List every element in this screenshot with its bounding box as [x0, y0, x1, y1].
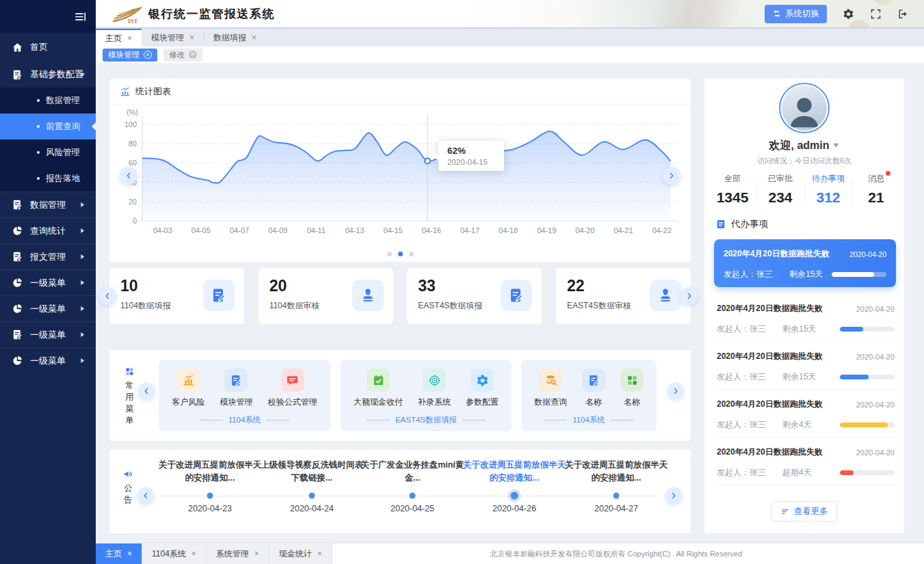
sidebar-item-query-stats[interactable]: 查询统计 [0, 217, 96, 243]
sidebar-sub-label: 报告落地 [46, 173, 80, 185]
sidebar-item-level1-menu-4[interactable]: 一级菜单 [0, 347, 96, 373]
close-circle-icon[interactable] [189, 51, 197, 59]
progress-bar [840, 470, 895, 475]
todo-item[interactable]: 2020年4月20日数据跑批失败2020-04-20 发起人：张三剩余4天 [715, 390, 896, 438]
announcement-item-title[interactable]: 关于广发金业务挂盘mini黄金... [358, 459, 467, 485]
gear-icon[interactable] [843, 8, 854, 20]
chip-module-mgmt[interactable]: 模块管理 [103, 49, 157, 62]
stat-todo[interactable]: 待办事项 312 [804, 172, 852, 209]
sidebar-sub-front-query[interactable]: 前置查询 [0, 113, 96, 139]
chart-next-button[interactable] [663, 167, 681, 185]
tab-module-mgmt[interactable]: 模块管理 [142, 29, 204, 46]
todo-title: 2020年4月20日数据跑批失败 [717, 446, 823, 458]
quick-menu-prev-button[interactable] [138, 383, 155, 399]
stat-card-east4s-fill[interactable]: 33 EAST4S数据填报 [407, 268, 542, 324]
todo-item[interactable]: 2020年4月20日数据跑批失败2020-04-20 发起人：张三超期4天 [715, 438, 896, 485]
tab-data-fill[interactable]: 数据填报 [204, 29, 266, 46]
pagination-dot[interactable] [387, 252, 392, 256]
todo-title: 2020年4月20日数据跑批失败 [717, 303, 823, 314]
stat-all[interactable]: 全部 1345 [709, 172, 756, 209]
bar-chart-icon [176, 368, 200, 392]
todo-date: 2020-04-20 [856, 305, 895, 313]
quick-menu-item-label: 校验公式管理 [268, 397, 317, 408]
announcement-title: 公告 [123, 483, 133, 506]
announcement-prev-button[interactable] [137, 487, 154, 504]
pie-chart-icon [12, 303, 23, 314]
close-icon[interactable] [127, 549, 132, 559]
stat-card-1104-fill[interactable]: 10 1104数据填报 [109, 268, 244, 324]
sidebar-sub-risk-mgmt[interactable]: 风险管理 [0, 139, 96, 165]
announcement-item-title[interactable]: 关于改进周五提前放假半天的安排通知... [562, 459, 671, 485]
pagination-dot[interactable] [398, 252, 403, 256]
sidebar-group-base-params[interactable]: 基础参数配置 [0, 62, 96, 88]
chart-prev-button[interactable] [120, 167, 137, 185]
stat-messages[interactable]: 消息 21 [852, 172, 900, 209]
announcement-item[interactable]: 关于改进周五提前放假半天的安排通知... 2020-04-23 [155, 450, 265, 533]
announcement-item[interactable]: 上级领导视察反洗钱时间表下载链接... 2020-04-24 [257, 450, 367, 533]
todo-item-active[interactable]: 2020年4月20日数据跑批失败2020-04-20 发起人：张三剩余15天 [714, 239, 896, 287]
welcome-text[interactable]: 欢迎, admin [704, 139, 904, 153]
sidebar-item-home[interactable]: 首页 [0, 33, 96, 62]
avatar[interactable] [779, 83, 830, 133]
close-icon[interactable] [317, 549, 322, 559]
fullscreen-icon[interactable] [870, 8, 882, 20]
cards-prev-button[interactable] [98, 287, 116, 305]
chart-tooltip: 62% 2020-04-15 [438, 141, 504, 171]
sidebar-item-data-mgmt[interactable]: 数据管理 [0, 191, 96, 217]
close-icon[interactable] [252, 33, 256, 42]
sidebar-collapse[interactable] [0, 0, 96, 33]
announcement-next-button[interactable] [665, 487, 682, 504]
gear-icon [471, 368, 494, 392]
close-icon[interactable] [254, 549, 259, 559]
todo-remaining: 剩余15天 [782, 371, 816, 383]
sidebar-item-level1-menu-1[interactable]: 一级菜单 [0, 269, 96, 295]
bottom-tab-cash-stats[interactable]: 现金统计 [269, 543, 332, 564]
announcement-item[interactable]: 关于改进周五提前放假半天的安排通知... 2020-04-27 [562, 450, 671, 533]
close-icon[interactable] [189, 33, 194, 42]
tab-home[interactable]: 主页 [96, 29, 142, 46]
stat-approved[interactable]: 已审批 234 [756, 172, 804, 209]
chevron-right-icon [79, 306, 85, 312]
chip-modify[interactable]: 修改 [163, 49, 202, 62]
announcement-item-active[interactable]: 关于改进周五提前放假半天的安排通知... 2020-04-26 [460, 450, 569, 533]
pagination-dot[interactable] [409, 252, 414, 256]
stat-card-east4s-review[interactable]: 22 EAST4S数据审核 [556, 268, 691, 324]
menu-fold-icon[interactable] [74, 10, 87, 23]
sidebar-item-label: 报文管理 [30, 251, 66, 263]
announcement-item-title[interactable]: 关于改进周五提前放假半天的安排通知... [460, 459, 569, 485]
quick-menu-item-label: 名称 [585, 397, 602, 408]
app-logo: IST [112, 3, 144, 24]
sidebar-sub-report-landing[interactable]: 报告落地 [0, 165, 96, 191]
bottom-tab-home[interactable]: 主页 [96, 543, 142, 564]
sidebar-item-level1-menu-3[interactable]: 一级菜单 [0, 321, 96, 347]
tab-bar: 主页 模块管理 数据填报 [96, 29, 924, 46]
announcement-item-title[interactable]: 上级领导视察反洗钱时间表下载链接... [257, 459, 367, 485]
todo-item[interactable]: 2020年4月20日数据跑批失败2020-04-20 发起人：张三剩余15天 [715, 342, 896, 390]
quick-menu-next-button[interactable] [668, 383, 684, 399]
bottom-tab-system-mgmt[interactable]: 系统管理 [207, 543, 269, 564]
close-circle-icon[interactable] [144, 51, 152, 59]
quick-menu-item-label: 名称 [624, 397, 640, 408]
sidebar-item-message-mgmt[interactable]: 报文管理 [0, 243, 96, 269]
todo-item[interactable]: 2020年4月20日数据跑批失败2020-04-20 发起人：张三剩余15天 [715, 294, 896, 342]
cards-next-button[interactable] [681, 287, 698, 305]
grid-icon [620, 368, 644, 392]
close-icon[interactable] [127, 34, 132, 42]
view-more-button[interactable]: 查看更多 [771, 501, 838, 522]
view-more-label: 查看更多 [794, 506, 828, 518]
sidebar-submenu: 数据管理 前置查询 风险管理 报告落地 [0, 88, 96, 191]
system-switch-button[interactable]: 系统切换 [765, 5, 827, 23]
stat-card-1104-review[interactable]: 20 1104数据审核 [259, 268, 393, 324]
close-icon[interactable] [192, 549, 196, 559]
sidebar-item-label: 查询统计 [30, 225, 66, 237]
bottom-tab-1104[interactable]: 1104系统 [142, 543, 207, 564]
announcement-item[interactable]: 关于广发金业务挂盘mini黄金... 2020-04-25 [358, 450, 467, 533]
sidebar-item-label: 一级菜单 [30, 277, 66, 289]
sidebar-sub-data-mgmt[interactable]: 数据管理 [0, 88, 96, 113]
logout-icon[interactable] [897, 8, 909, 20]
edit-document-icon [224, 368, 248, 392]
chevron-down-icon[interactable] [832, 142, 840, 149]
announcement-item-title[interactable]: 关于改进周五提前放假半天的安排通知... [155, 459, 265, 485]
sidebar-item-level1-menu-2[interactable]: 一级菜单 [0, 295, 96, 321]
todo-section-title: 代办事项 [731, 218, 768, 230]
